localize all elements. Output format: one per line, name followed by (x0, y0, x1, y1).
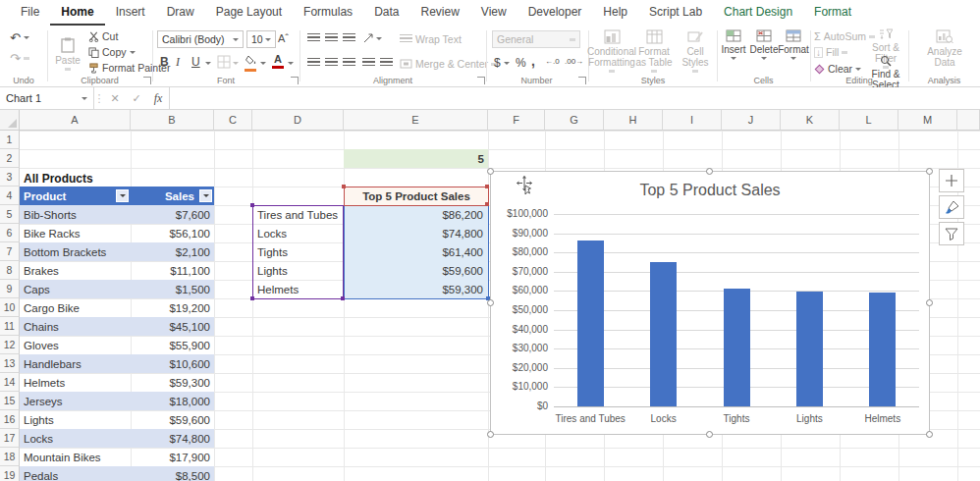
bar-tires-and-tubes[interactable] (577, 240, 604, 406)
row-header-19[interactable]: 19 (0, 466, 20, 481)
top5-product-cell[interactable]: Tires and Tubes (253, 205, 343, 224)
column-header-K[interactable]: K (781, 110, 840, 131)
orientation-icon[interactable] (362, 32, 374, 44)
clear-button[interactable]: Clear (814, 63, 861, 75)
sales-cell[interactable]: $7,600 (131, 205, 214, 224)
row-header-7[interactable]: 7 (0, 242, 20, 261)
increase-indent-icon[interactable] (380, 58, 393, 68)
chart-handle-nw[interactable] (487, 168, 494, 175)
product-cell[interactable]: Handlebars (20, 354, 131, 373)
sales-cell[interactable]: $55,900 (131, 336, 214, 354)
column-header-A[interactable]: A (20, 110, 131, 131)
row-header-8[interactable]: 8 (0, 261, 20, 280)
percent-button[interactable]: % (516, 56, 526, 70)
chart-handle-w[interactable] (487, 299, 494, 306)
product-cell[interactable]: Bottom Brackets (20, 242, 131, 261)
row-header-1[interactable]: 1 (0, 131, 20, 149)
chart-handle-ne[interactable] (926, 168, 933, 175)
insert-function-button[interactable]: fx (147, 87, 169, 109)
name-box-splitter[interactable]: ⋮ (94, 87, 104, 109)
top5-sales-cell[interactable]: $59,300 (345, 280, 487, 298)
grow-font-button[interactable]: Aˆ (278, 32, 289, 44)
top5-product-cell[interactable]: Tights (253, 242, 343, 261)
bar-tights[interactable] (724, 289, 750, 406)
align-top-icon[interactable] (307, 33, 320, 43)
analyze-data-button[interactable]: Analyze Data (923, 29, 966, 68)
chart-handle-e[interactable] (926, 299, 933, 306)
product-cell[interactable]: Locks (20, 429, 131, 448)
borders-button[interactable] (217, 55, 231, 72)
decrease-indent-icon[interactable] (362, 58, 375, 68)
product-cell[interactable]: Pedals (20, 466, 131, 481)
sales-cell[interactable]: $11,100 (131, 261, 214, 280)
sales-cell[interactable]: $56,100 (131, 224, 214, 242)
align-center-icon[interactable] (325, 58, 338, 68)
insert-cells-button[interactable]: Insert (719, 29, 748, 60)
top5-sales-cell[interactable]: $74,800 (345, 224, 487, 242)
format-as-table-button[interactable]: Format as Table (634, 29, 674, 73)
column-header-C[interactable]: C (214, 110, 252, 131)
underline-button[interactable]: U (191, 55, 200, 69)
bar-helmets[interactable] (869, 293, 896, 406)
comma-button[interactable]: , (531, 53, 535, 69)
row-header-3[interactable]: 3 (0, 168, 20, 187)
product-cell[interactable]: Bike Racks (20, 224, 131, 242)
product-cell[interactable]: Bib-Shorts (20, 205, 131, 224)
sales-cell[interactable]: $10,600 (131, 354, 214, 373)
format-cells-button[interactable]: Format (779, 29, 808, 60)
bold-button[interactable]: B (160, 55, 169, 69)
chart-handle-n[interactable] (706, 168, 713, 175)
sales-cell[interactable]: $19,200 (131, 298, 214, 317)
ribbon-tab-view[interactable]: View (470, 0, 517, 26)
ribbon-tab-insert[interactable]: Insert (105, 0, 156, 26)
product-cell[interactable]: Gloves (20, 336, 131, 354)
products-header-product[interactable]: Product (20, 187, 131, 205)
column-header-I[interactable]: I (663, 110, 722, 131)
top5-product-cell[interactable]: Locks (253, 224, 343, 242)
product-cell[interactable]: Jerseys (20, 392, 131, 410)
top5-header-cell[interactable]: Top 5 Product Sales (344, 187, 489, 206)
ribbon-tab-script-lab[interactable]: Script Lab (638, 0, 713, 26)
ribbon-tab-review[interactable]: Review (409, 0, 469, 26)
products-header-sales[interactable]: Sales (131, 187, 214, 205)
product-cell[interactable]: Lights (20, 410, 131, 429)
align-middle-icon[interactable] (325, 33, 338, 43)
ribbon-tab-file[interactable]: File (10, 0, 50, 26)
row-header-14[interactable]: 14 (0, 373, 20, 392)
sales-cell[interactable]: $59,300 (131, 373, 214, 392)
align-bottom-icon[interactable] (343, 33, 355, 43)
chart-handle-se[interactable] (926, 431, 933, 438)
cell-e2[interactable]: 5 (344, 149, 488, 168)
chart-handle-sw[interactable] (487, 431, 494, 438)
formula-input[interactable] (169, 87, 980, 109)
product-cell[interactable]: Mountain Bikes (20, 448, 131, 466)
clipboard-dialog-launcher[interactable] (143, 77, 151, 84)
chart-title[interactable]: Top 5 Product Sales (491, 182, 929, 199)
row-header-16[interactable]: 16 (0, 410, 20, 429)
row-header-4[interactable]: 4 (0, 187, 20, 205)
top5-sales-cell[interactable]: $86,200 (345, 205, 487, 224)
font-size-combo[interactable]: 10 (246, 30, 276, 48)
ribbon-tab-format[interactable]: Format (803, 0, 862, 26)
column-header-E[interactable]: E (344, 110, 488, 131)
product-cell[interactable]: Helmets (20, 373, 131, 392)
bar-lights[interactable] (796, 292, 823, 406)
row-header-12[interactable]: 12 (0, 336, 20, 354)
column-header-J[interactable]: J (722, 110, 781, 131)
number-format-combo[interactable]: General (492, 30, 580, 48)
italic-button[interactable]: I (176, 55, 180, 70)
sales-cell[interactable]: $74,800 (131, 429, 214, 448)
row-header-17[interactable]: 17 (0, 429, 20, 448)
column-header-H[interactable]: H (604, 110, 663, 131)
merge-center-button[interactable]: Merge & Center (400, 58, 497, 70)
sales-cell[interactable]: $18,000 (131, 392, 214, 410)
column-header-G[interactable]: G (545, 110, 604, 131)
undo-button[interactable]: ↶ (10, 30, 29, 45)
column-header-partial[interactable] (957, 110, 980, 131)
align-left-icon[interactable] (307, 58, 320, 68)
conditional-formatting-button[interactable]: Conditional Formatting (591, 29, 632, 73)
cell-styles-button[interactable]: Cell Styles (676, 29, 715, 73)
ribbon-tab-chart-design[interactable]: Chart Design (713, 0, 803, 26)
chart-elements-button[interactable] (939, 169, 964, 192)
font-color-button[interactable]: A (272, 53, 284, 69)
